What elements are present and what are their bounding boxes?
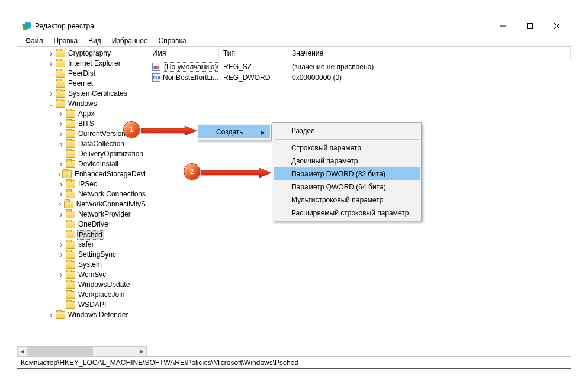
tree-item[interactable]: WorkplaceJoin [17,290,147,300]
expand-icon[interactable]: › [57,251,65,259]
context-submenu-create: Раздел Строковый параметр Двоичный парам… [272,122,422,221]
h-scrollbar[interactable]: ◄ ► [17,346,147,356]
tree-item-label: PeerDist [67,69,97,79]
close-button[interactable] [544,17,571,35]
tree-view[interactable]: ›Cryptography›Internet ExplorerPeerDistP… [17,47,147,346]
folder-icon [66,130,75,138]
tree-item[interactable]: ›NetworkProvider [17,209,147,220]
folder-icon [66,140,75,148]
tree-item[interactable]: DeliveryOptimization [17,149,147,159]
annotation-arrow-1 [141,126,197,135]
menu-file[interactable]: Файл [21,36,48,46]
folder-icon [66,191,75,198]
col-name[interactable]: Имя [147,47,219,60]
list-row[interactable]: ab(По умолчанию)REG_SZ(значение не присв… [147,62,571,72]
expand-icon[interactable]: › [57,241,65,249]
folder-icon [66,160,75,168]
tree-item[interactable]: ›WcmSvc [17,270,147,280]
folder-icon [56,80,65,88]
expand-icon[interactable]: › [47,91,54,98]
expand-icon[interactable]: › [57,201,63,208]
col-type[interactable]: Тип [219,47,287,60]
tree-item[interactable]: ›SystemCertificates [17,89,147,99]
tree-item[interactable]: ›Windows Defender [17,310,147,320]
folder-icon [66,251,75,259]
expand-icon[interactable]: › [57,171,61,178]
expand-icon[interactable]: › [57,181,65,188]
folder-icon [56,90,65,98]
minimize-button[interactable] [489,17,516,35]
context-menu-main: Создать ▶ [197,124,272,140]
ctx-binary[interactable]: Двоичный параметр [274,154,420,167]
menu-favorites[interactable]: Избранное [107,36,153,46]
titlebar[interactable]: Редактор реестра [17,17,571,35]
tree-item[interactable]: ›SettingSync [17,250,147,260]
expand-icon[interactable]: › [57,131,65,138]
scroll-thumb[interactable] [27,347,93,357]
submenu-arrow-icon: ▶ [261,129,265,135]
tree-item-label: safer [77,240,95,250]
menu-edit[interactable]: Правка [49,36,83,46]
tree-item[interactable]: System [17,260,147,270]
tree-item-label: Psched [77,230,104,240]
ctx-key[interactable]: Раздел [274,124,420,137]
expand-icon[interactable]: › [47,312,54,319]
tree-item[interactable]: ⌄Windows [17,99,147,109]
expand-icon[interactable]: › [47,50,54,57]
maximize-button[interactable] [516,17,544,35]
tree-item[interactable]: WindowsUpdate [17,280,147,290]
tree-item[interactable]: ›Cryptography [17,49,147,59]
tree-item-label: SystemCertificates [67,89,128,99]
annotation-marker-1: 1 [123,121,140,138]
tree-item[interactable]: OneDrive [17,220,147,230]
ctx-qword[interactable]: Параметр QWORD (64 бита) [274,180,420,193]
col-value[interactable]: Значение [287,47,571,60]
tree-item[interactable]: ›NetworkConnectivityS [17,199,147,209]
tree-item[interactable]: ›safer [17,240,147,250]
statusbar: Компьютер\HKEY_LOCAL_MACHINE\SOFTWARE\Po… [17,356,571,368]
folder-icon [56,70,65,78]
menu-view[interactable]: Вид [83,36,106,46]
ctx-expand-label: Расширяемый строковый параметр [291,209,409,217]
tree-item[interactable]: PeerDist [17,69,147,79]
tree-item[interactable]: ›DataCollection [17,139,147,149]
ctx-create[interactable]: Создать ▶ [198,125,270,138]
tree-item-label: EnhancedStorageDevi [73,169,147,179]
tree-item[interactable]: Peernet [17,79,147,89]
expand-icon[interactable]: › [47,60,54,67]
ctx-dword[interactable]: Параметр DWORD (32 бита) [274,167,420,180]
folder-icon [66,261,75,269]
scroll-left-button[interactable]: ◄ [17,347,27,357]
ctx-expand[interactable]: Расширяемый строковый параметр [274,206,420,220]
scroll-right-button[interactable]: ► [137,347,147,357]
svg-marker-6 [141,126,197,135]
list-row[interactable]: 110NonBestEffortLi...REG_DWORD0x00000000… [147,72,571,83]
tree-item[interactable]: ›DeviceInstall [17,159,147,169]
tree-item[interactable]: ›Internet Explorer [17,59,147,69]
tree-item[interactable]: ›Appx [17,109,147,119]
ctx-separator [275,139,419,140]
tree-item-label: WorkplaceJoin [77,290,126,300]
ctx-binary-label: Двоичный параметр [291,157,358,165]
ctx-string[interactable]: Строковый параметр [274,141,420,154]
tree-item[interactable]: ›EnhancedStorageDevi [17,169,147,179]
collapse-icon[interactable]: ⌄ [47,101,54,108]
expand-icon[interactable]: › [57,272,65,279]
expand-icon[interactable]: › [57,111,65,118]
expand-icon[interactable]: › [57,161,65,168]
expand-icon[interactable]: › [57,191,65,198]
expand-icon[interactable]: › [57,141,65,148]
folder-icon [56,60,65,67]
tree-item[interactable]: ›Network Connections [17,189,147,199]
svg-rect-1 [24,22,31,28]
ctx-multi[interactable]: Мультистроковый параметр [274,193,420,206]
tree-item[interactable]: WSDAPI [17,300,147,310]
tree-item[interactable]: ›IPSec [17,179,147,189]
menu-help[interactable]: Справка [154,36,191,46]
tree-item-label: WSDAPI [77,300,107,310]
tree-item[interactable]: Psched [17,230,147,240]
expand-icon[interactable]: › [57,121,65,128]
scroll-track[interactable] [27,347,137,357]
window-controls [489,17,571,35]
expand-icon[interactable]: › [57,211,65,218]
